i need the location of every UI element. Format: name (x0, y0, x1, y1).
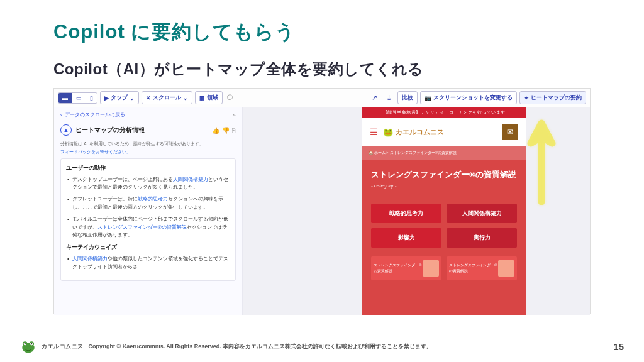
list-item: デスクトップユーザーは、ページ上部にある人間関係構築力というセクションで最初と最… (66, 176, 230, 192)
svg-point-6 (31, 343, 32, 344)
frog-logo-icon (20, 338, 36, 354)
frog-icon: 🐸 (383, 128, 393, 137)
toolbar: ▬ ▭ ▯ ▶ タップ ⌄ ✕ スクロール ⌄ ▦ 領域 ⓘ ↗ ⤓ 比較 📷 … (54, 89, 590, 107)
mobile-toggle[interactable]: ▯ (86, 93, 97, 103)
region-button[interactable]: ▦ 領域 (195, 91, 223, 104)
thumb-card[interactable]: ストレングスファインダー®の資質解説 (371, 256, 441, 280)
tap-button[interactable]: ▶ タップ ⌄ (100, 91, 139, 104)
section-title: ユーザーの動作 (66, 164, 230, 172)
category-button[interactable]: 人間関係構築力 (447, 204, 517, 223)
feedback-link[interactable]: フィードバックをお寄せください。 (60, 149, 236, 155)
list-item: モバイルユーザーは全体的にページ下部までスクロールする傾向が低いですが、ストレン… (66, 216, 230, 239)
preview-pane: 【能登半島地震】チャリティーコーチングを行っています ☰ 🐸カエルコムニス ✉ … (243, 107, 590, 315)
chevron-down-icon: ⌄ (183, 95, 188, 101)
hamburger-icon[interactable]: ☰ (370, 127, 378, 137)
phone-header: ☰ 🐸カエルコムニス ✉ (362, 118, 526, 146)
breadcrumb: 🏠 ホーム > ストレングスファインダー®の資質解説 (362, 146, 526, 160)
phone-preview: 【能登半島地震】チャリティーコーチングを行っています ☰ 🐸カエルコムニス ✉ … (362, 107, 526, 315)
phone-main-title: ストレングスファインダー®の資質解説 (371, 168, 517, 181)
list-item: 人間関係構築力や他の類似したコンテンツ領域を強化することでデスクトップサイト訪問… (66, 255, 230, 272)
slide-title: Copilot に要約してもらう (53, 19, 591, 45)
share-icon[interactable]: ↗ (369, 92, 380, 104)
category-button[interactable]: 戦略的思考力 (371, 204, 441, 223)
footer-copyright: Copyright © Kaerucommnis. All Rights Res… (89, 343, 433, 351)
thumb-card[interactable]: ストレングスファインダー®の資質解説 (447, 256, 517, 280)
panel-title: ヒートマップの分析情報 (75, 126, 145, 134)
category-button[interactable]: 影響力 (371, 228, 441, 248)
back-link[interactable]: ‹ データのスクロールに戻る « (54, 107, 242, 122)
screenshot-button[interactable]: 📷 スクリーンショットを変更する (420, 91, 517, 104)
mail-icon[interactable]: ✉ (502, 124, 518, 140)
app-window: ▬ ▭ ▯ ▶ タップ ⌄ ✕ スクロール ⌄ ▦ 領域 ⓘ ↗ ⤓ 比較 📷 … (53, 88, 591, 314)
slide-subtitle: Copilot（AI）がヒートマップ全体を要約してくれる (53, 59, 591, 79)
phone-category: - category - (371, 183, 517, 189)
highlight-arrow (526, 117, 557, 207)
thumbs-down-icon[interactable]: 👎 (222, 127, 230, 134)
footer-brand: カエルコムニス (42, 343, 84, 351)
banner: 【能登半島地震】チャリティーコーチングを行っています (362, 107, 526, 118)
ai-icon: ▲ (60, 124, 72, 136)
desktop-toggle[interactable]: ▬ (58, 93, 72, 103)
info-icon[interactable]: ⓘ (225, 94, 235, 102)
analysis-section: ユーザーの動作 デスクトップユーザーは、ページ上部にある人間関係構築力というセク… (60, 158, 236, 281)
phone-logo: 🐸カエルコムニス (383, 128, 497, 137)
page-number: 15 (613, 341, 624, 352)
list-item: タブレットユーザーは、特に戦略的思考力セクションへの興味を示し、ここで最初と最後… (66, 195, 230, 212)
device-toggle-group: ▬ ▭ ▯ (58, 92, 97, 104)
download-icon[interactable]: ⤓ (383, 92, 395, 104)
thumbs-up-icon[interactable]: 👍 (212, 127, 219, 134)
scroll-button[interactable]: ✕ スクロール ⌄ (142, 91, 192, 104)
left-panel: ‹ データのスクロールに戻る « ▲ ヒートマップの分析情報 👍 👎 ⎘ (54, 107, 243, 315)
heatmap-summary-button[interactable]: ✦ ヒートマップの要約 (519, 91, 586, 104)
section-title: キーテイカウェイズ (66, 243, 230, 251)
chevron-down-icon: ⌄ (130, 95, 135, 101)
footer: カエルコムニス Copyright © Kaerucommnis. All Ri… (0, 331, 644, 362)
ai-warning: 分析情報は AI を利用しているため、誤りが発生する可能性があります。 (60, 141, 236, 147)
category-button[interactable]: 実行力 (447, 228, 517, 248)
tablet-toggle[interactable]: ▭ (72, 93, 86, 103)
chevron-left-icon: ‹ (60, 112, 62, 118)
collapse-icon[interactable]: « (233, 112, 236, 118)
copy-icon[interactable]: ⎘ (232, 127, 236, 134)
svg-point-5 (25, 343, 26, 344)
compare-button[interactable]: 比較 (397, 91, 418, 104)
